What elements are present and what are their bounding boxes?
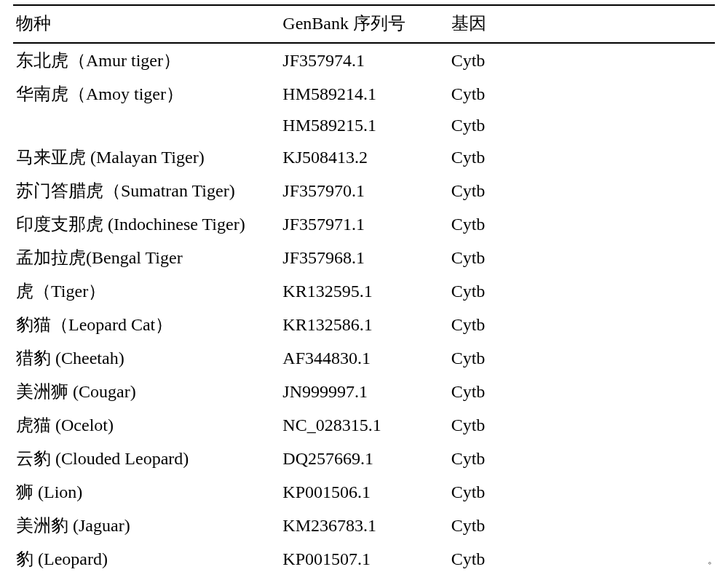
species-cn: 狮 — [16, 482, 33, 501]
cell-species: 虎（Tiger） — [13, 274, 280, 308]
cell-species: 美洲狮 (Cougar) — [13, 375, 280, 408]
cell-genbank: JF357970.1 — [280, 174, 448, 207]
cell-gene: Cytb — [448, 576, 715, 580]
table-row: 雪豹 (Snow leopard)KP202269.1Cytb — [13, 576, 715, 580]
cell-gene: Cytb — [448, 77, 715, 111]
table-row: 东北虎（Amur tiger）JF357974.1Cytb — [13, 43, 715, 77]
table-row: 豹 (Leopard)KP001507.1Cytb — [13, 542, 715, 576]
cell-genbank: JF357971.1 — [280, 207, 448, 241]
cell-genbank: KP202269.1 — [280, 576, 448, 580]
cell-gene: Cytb — [448, 475, 715, 509]
table-row: 美洲狮 (Cougar)JN999997.1Cytb — [13, 375, 715, 408]
cell-gene: Cytb — [448, 43, 715, 77]
table-row: 猎豹 (Cheetah)AF344830.1Cytb — [13, 341, 715, 375]
species-cn: 豹猫 — [16, 315, 51, 334]
species-cn: 马来亚虎 — [16, 148, 86, 167]
cell-genbank: KP001507.1 — [280, 542, 448, 576]
cell-gene: Cytb — [448, 509, 715, 542]
species-cn: 虎猫 — [16, 416, 51, 434]
cell-genbank: KM236783.1 — [280, 509, 448, 542]
table-row: 苏门答腊虎（Sumatran Tiger)JF357970.1Cytb — [13, 174, 715, 207]
species-en: (Ocelot) — [51, 416, 114, 434]
cell-genbank: KP001506.1 — [280, 475, 448, 509]
species-en: （Leopard Cat） — [51, 315, 173, 334]
cell-gene: Cytb — [448, 241, 715, 274]
cell-species: 马来亚虎 (Malayan Tiger) — [13, 140, 280, 174]
cell-species: 豹猫（Leopard Cat） — [13, 308, 280, 341]
species-cn: 苏门答腊虎 — [16, 181, 103, 200]
cell-species: 猎豹 (Cheetah) — [13, 341, 280, 375]
table-row: 虎猫 (Ocelot)NC_028315.1Cytb — [13, 408, 715, 442]
cell-genbank: KR132586.1 — [280, 308, 448, 341]
cell-gene: Cytb — [448, 140, 715, 174]
header-species: 物种 — [13, 5, 280, 43]
cell-genbank: KR132595.1 — [280, 274, 448, 308]
cell-species: 豹 (Leopard) — [13, 542, 280, 576]
footer-mark: 。 — [708, 554, 718, 567]
species-en: (Cheetah) — [51, 349, 124, 368]
species-en: （Amur tiger） — [68, 51, 181, 70]
cell-gene: Cytb — [448, 408, 715, 442]
cell-species: 美洲豹 (Jaguar) — [13, 509, 280, 542]
species-cn: 猎豹 — [16, 349, 51, 368]
cell-species: 狮 (Lion) — [13, 475, 280, 509]
cell-genbank: KJ508413.2 — [280, 140, 448, 174]
species-en: （Sumatran Tiger) — [103, 181, 235, 200]
cell-genbank: AF344830.1 — [280, 341, 448, 375]
cell-species: 云豹 (Clouded Leopard) — [13, 442, 280, 475]
species-en: （Tiger） — [33, 282, 106, 301]
header-genbank-cn: 序列号 — [353, 14, 405, 33]
table-row: 马来亚虎 (Malayan Tiger)KJ508413.2Cytb — [13, 140, 715, 174]
species-cn: 东北虎 — [16, 51, 68, 70]
cell-species: 孟加拉虎(Bengal Tiger — [13, 241, 280, 274]
species-cn: 印度支那虎 — [16, 215, 103, 234]
cell-genbank: NC_028315.1 — [280, 408, 448, 442]
species-en: (Bengal Tiger — [86, 248, 183, 267]
species-cn: 云豹 — [16, 449, 51, 468]
cell-gene: Cytb — [448, 442, 715, 475]
table-row: HM589215.1Cytb — [13, 111, 715, 140]
cell-gene: Cytb — [448, 174, 715, 207]
cell-gene: Cytb — [448, 375, 715, 408]
table-row: 狮 (Lion)KP001506.1Cytb — [13, 475, 715, 509]
cell-species: 华南虎（Amoy tiger） — [13, 77, 280, 111]
table-row: 印度支那虎 (Indochinese Tiger)JF357971.1Cytb — [13, 207, 715, 241]
species-en: (Clouded Leopard) — [51, 449, 189, 468]
species-cn: 虎 — [16, 282, 33, 301]
cell-genbank: JF357974.1 — [280, 43, 448, 77]
cell-gene: Cytb — [448, 207, 715, 241]
cell-genbank: JN999997.1 — [280, 375, 448, 408]
cell-gene: Cytb — [448, 274, 715, 308]
species-en: (Indochinese Tiger) — [103, 215, 245, 234]
species-table: 物种 GenBank 序列号 基因 东北虎（Amur tiger）JF35797… — [13, 4, 715, 580]
species-cn: 美洲狮 — [16, 382, 68, 401]
species-en: (Lion) — [33, 482, 82, 501]
table-row: 豹猫（Leopard Cat）KR132586.1Cytb — [13, 308, 715, 341]
header-gene: 基因 — [448, 5, 715, 43]
cell-gene: Cytb — [448, 542, 715, 576]
species-en: (Jaguar) — [68, 516, 130, 535]
species-cn: 美洲豹 — [16, 516, 68, 535]
species-cn: 孟加拉虎 — [16, 248, 86, 267]
cell-species: 印度支那虎 (Indochinese Tiger) — [13, 207, 280, 241]
cell-gene: Cytb — [448, 111, 715, 140]
cell-species: 雪豹 (Snow leopard) — [13, 576, 280, 580]
header-row: 物种 GenBank 序列号 基因 — [13, 5, 715, 43]
species-en: (Leopard) — [33, 549, 108, 568]
cell-genbank: HM589214.1 — [280, 77, 448, 111]
table-row: 云豹 (Clouded Leopard)DQ257669.1Cytb — [13, 442, 715, 475]
cell-species: 虎猫 (Ocelot) — [13, 408, 280, 442]
species-en: (Cougar) — [68, 382, 136, 401]
table-row: 虎（Tiger）KR132595.1Cytb — [13, 274, 715, 308]
table-container: 物种 GenBank 序列号 基因 东北虎（Amur tiger）JF35797… — [13, 4, 715, 580]
cell-genbank: HM589215.1 — [280, 111, 448, 140]
cell-species: 东北虎（Amur tiger） — [13, 43, 280, 77]
cell-gene: Cytb — [448, 341, 715, 375]
header-genbank-en: GenBank — [282, 14, 349, 33]
header-genbank: GenBank 序列号 — [280, 5, 448, 43]
table-row: 华南虎（Amoy tiger）HM589214.1Cytb — [13, 77, 715, 111]
cell-species: 苏门答腊虎（Sumatran Tiger) — [13, 174, 280, 207]
cell-genbank: DQ257669.1 — [280, 442, 448, 475]
table-row: 美洲豹 (Jaguar)KM236783.1Cytb — [13, 509, 715, 542]
cell-gene: Cytb — [448, 308, 715, 341]
